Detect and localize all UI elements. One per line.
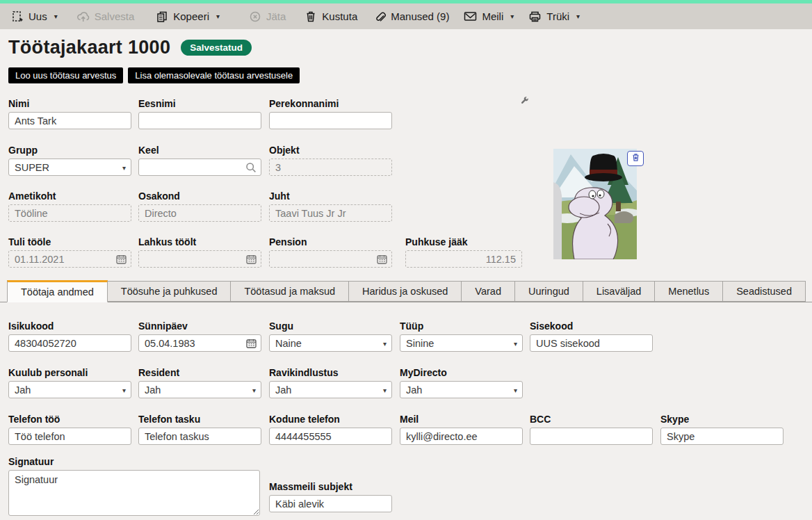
tab-varad[interactable]: Varad [462,281,515,302]
field-label: MyDirecto [400,367,523,378]
field-keel: Keel [138,145,261,176]
field-grupp: Grupp ▾ [8,145,131,176]
eesnimi-input[interactable] [138,112,261,129]
chevron-down-icon[interactable]: ▾ [576,13,580,20]
field-perekonnanimi: Perekonnanimi [269,98,392,129]
sisekood-input[interactable] [530,334,653,352]
save-cloud-icon [76,10,90,23]
grupp-select[interactable] [8,159,131,176]
printer-icon [528,10,542,23]
field-label: BCC [530,414,653,425]
tab-seadistused[interactable]: Seadistused [723,281,806,302]
field-massmeili-subjekt: Massmeili subjekt [269,481,392,512]
field-label: Juht [269,190,392,202]
tab-lisavaljad[interactable]: Lisaväljad [583,281,656,302]
employee-photo [553,149,637,259]
save-button: Salvesta [76,10,135,23]
field-isikukood: Isikukood [8,320,131,352]
tab-tootasud-ja-maksud[interactable]: Töötasud ja maksud [231,281,349,302]
field-ametikoht: Ametikoht [8,190,131,222]
field-skype: Skype [660,414,783,445]
page-title: Töötajakaart 1000 [8,37,170,58]
lahkus-toolt-input [138,250,261,268]
field-resident: Resident ▾ [138,367,261,398]
signatuur-textarea[interactable]: Signatuur [8,470,260,516]
discard-button-label: Jäta [266,10,286,22]
chevron-down-icon[interactable]: ▾ [510,13,514,20]
field-lahkus-toolt: Lahkus töölt [138,236,261,268]
trash-icon [631,153,640,164]
delete-button-label: Kustuta [322,10,357,22]
tab-uuringud[interactable]: Uuringud [515,281,583,302]
field-ravikindlustus: Ravikindlustus ▾ [269,367,392,398]
field-label: Sugu [269,320,392,332]
field-pension: Pension [269,236,392,268]
field-label: Skype [660,414,783,425]
field-tuli-toole: Tuli tööle [8,236,131,268]
sunnipaev-input[interactable] [138,334,261,352]
field-label: Telefon tasku [138,414,261,425]
field-nimi: Nimi [8,98,131,129]
telefon-tasku-input[interactable] [138,428,261,445]
envelope-icon [464,10,477,22]
wrench-icon[interactable] [520,95,529,108]
perekonnanimi-input[interactable] [269,112,392,129]
tab-toosuhe-ja-puhkused[interactable]: Töösuhe ja puhkused [108,281,232,302]
tuli-toole-input [8,250,131,268]
field-label: Sisekood [530,320,653,332]
copy-button[interactable]: Kopeeri ▾ [156,10,220,23]
pension-input [269,250,392,268]
card-tabs: Töötaja andmed Töösuhe ja puhkused Tööta… [0,281,812,302]
ravikindlustus-select[interactable] [269,381,392,398]
attachments-button[interactable]: Manused (9) [373,10,449,23]
skype-input[interactable] [660,428,783,445]
field-label: Massmeili subjekt [269,481,392,492]
mydirecto-select[interactable] [400,381,523,398]
field-telefon-too: Telefon töö [8,414,131,445]
field-label: Isikukood [8,320,131,332]
meil-input[interactable] [400,428,523,445]
field-juht: Juht [269,190,392,222]
field-sunnipaev: Sünnipäev [138,320,261,352]
tab-tootaja-andmed[interactable]: Töötaja andmed [7,280,108,302]
tab-menetlus[interactable]: Menetlus [655,281,723,302]
moomin-illustration [553,149,637,259]
field-label: Kodune telefon [269,414,392,425]
isikukood-input[interactable] [8,334,131,352]
add-to-payroll-button[interactable]: Lisa olemasolevale töötasu arvestusele [128,67,300,83]
kuulub-personali-select[interactable] [8,381,131,398]
new-button-label: Uus [29,10,47,22]
resident-select[interactable] [138,381,261,398]
tab-haridus-ja-oskused[interactable]: Haridus ja oskused [349,281,462,302]
massmeili-subjekt-input[interactable] [269,495,392,512]
delete-button[interactable]: Kustuta [304,10,357,23]
field-label: Nimi [8,98,131,109]
chevron-down-icon[interactable]: ▾ [216,13,220,20]
create-payroll-button[interactable]: Loo uus töötasu arvestus [8,67,123,83]
photo-delete-button[interactable] [627,151,644,166]
nimi-input[interactable] [8,112,131,129]
kodune-telefon-input[interactable] [269,428,392,445]
osakond-input [138,204,261,222]
new-button[interactable]: Uus ▾ [11,10,58,23]
keel-input[interactable] [138,159,261,176]
field-label: Telefon töö [8,414,131,425]
field-label: Objekt [269,145,392,156]
main-toolbar: Uus ▾ Salvesta Kopeeri ▾ Jäta Kustuta Ma… [0,3,812,29]
chevron-down-icon[interactable]: ▾ [54,13,58,20]
trash-icon [304,10,317,23]
header-actions: Loo uus töötasu arvestus Lisa olemasolev… [8,67,300,83]
field-signatuur: Signatuur Signatuur [8,456,260,519]
telefon-too-input[interactable] [8,428,131,445]
field-label: Lahkus töölt [138,236,261,247]
juht-input [269,204,392,222]
ametikoht-input [8,204,131,222]
tuup-select[interactable] [400,334,523,352]
bcc-input[interactable] [530,428,653,445]
copy-button-label: Kopeeri [173,10,209,22]
field-sugu: Sugu ▾ [269,320,392,352]
sugu-select[interactable] [269,334,392,352]
field-label: Eesnimi [138,98,261,109]
email-button[interactable]: Meili ▾ [464,10,514,22]
print-button[interactable]: Trüki ▾ [528,10,580,23]
